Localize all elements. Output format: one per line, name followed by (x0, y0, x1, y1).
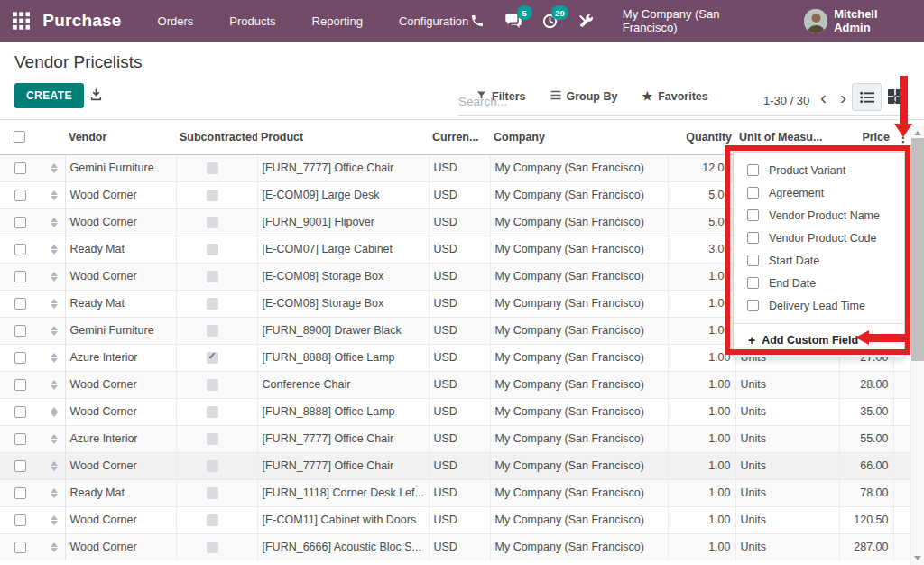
currency-cell[interactable]: USD (429, 452, 490, 479)
uom-cell[interactable]: Units (735, 533, 839, 560)
pager-next-button[interactable]: › (840, 87, 846, 108)
quantity-cell[interactable]: 1.00 (668, 344, 735, 371)
uom-cell[interactable]: Units (735, 452, 839, 479)
row-drag-handle[interactable] (43, 181, 65, 208)
vendor-cell[interactable]: Ready Mat (65, 290, 176, 317)
list-view-button[interactable] (852, 83, 882, 111)
scrollbar-down-icon[interactable] (914, 556, 921, 560)
row-drag-handle[interactable] (43, 154, 65, 181)
add-custom-field-button[interactable]: +Add Custom Field (734, 324, 904, 357)
vendor-cell[interactable]: Wood Corner (65, 181, 176, 208)
row-drag-handle[interactable] (43, 236, 65, 263)
row-checkbox[interactable] (14, 542, 26, 553)
currency-cell[interactable]: USD (429, 533, 490, 560)
row-drag-handle[interactable] (43, 398, 65, 425)
currency-cell[interactable]: USD (429, 236, 490, 263)
currency-cell[interactable]: USD (429, 479, 490, 506)
subcontracted-cell[interactable] (176, 506, 257, 533)
row-checkbox[interactable] (14, 325, 26, 337)
quantity-cell[interactable]: 1.00 (668, 452, 735, 479)
vendor-cell[interactable]: Wood Corner (65, 398, 176, 425)
company-cell[interactable]: My Company (San Francisco) (490, 371, 668, 398)
subcontracted-cell[interactable] (176, 398, 257, 425)
column-option-checkbox[interactable] (747, 300, 759, 311)
row-checkbox[interactable] (14, 162, 26, 174)
product-cell[interactable]: [FURN_1118] Corner Desk Lef... (257, 479, 429, 506)
company-cell[interactable]: My Company (San Francisco) (490, 506, 668, 533)
column-option-checkbox[interactable] (747, 277, 759, 289)
company-cell[interactable]: My Company (San Francisco) (490, 344, 668, 371)
nav-menu-configuration[interactable]: Configuration (399, 14, 468, 28)
price-cell[interactable]: 120.50 (839, 506, 893, 533)
tools-icon[interactable] (578, 12, 595, 30)
nav-menu-reporting[interactable]: Reporting (312, 14, 363, 28)
product-cell[interactable]: [E-COM09] Large Desk (257, 181, 429, 208)
quantity-cell[interactable]: 12.00 (668, 154, 735, 181)
column-option-checkbox[interactable] (747, 209, 759, 221)
group-by-button[interactable]: Group By (550, 89, 618, 103)
pager-previous-button[interactable]: ‹ (820, 87, 827, 108)
quantity-cell[interactable]: 5.00 (668, 181, 735, 208)
table-row[interactable]: Azure Interior [FURN_7777] Office Chair … (0, 425, 910, 452)
row-checkbox[interactable] (14, 487, 26, 499)
subcontracted-cell[interactable] (176, 479, 257, 506)
currency-cell[interactable]: USD (429, 208, 490, 236)
uom-cell[interactable]: Units (735, 398, 839, 425)
company-cell[interactable]: My Company (San Francisco) (490, 452, 668, 479)
vendor-cell[interactable]: Gemini Furniture (65, 317, 176, 344)
quantity-cell[interactable]: 1.00 (668, 425, 735, 452)
table-row[interactable]: Wood Corner [E-COM11] Cabinet with Doors… (0, 506, 910, 533)
vendor-cell[interactable]: Azure Interior (65, 344, 176, 371)
row-drag-handle[interactable] (43, 533, 65, 560)
column-option-checkbox[interactable] (747, 187, 759, 199)
row-drag-handle[interactable] (43, 344, 65, 371)
table-row[interactable]: Wood Corner [FURN_7777] Office Chair USD… (0, 452, 910, 479)
product-cell[interactable]: [FURN_8900] Drawer Black (257, 317, 429, 344)
currency-cell[interactable]: USD (429, 344, 490, 371)
uom-cell[interactable]: Units (735, 479, 839, 506)
optional-columns-toggle-icon[interactable]: ⋮ (897, 130, 910, 144)
quantity-cell[interactable]: 5.00 (668, 208, 735, 236)
vertical-scrollbar[interactable] (910, 126, 924, 565)
apps-grid-icon[interactable] (13, 12, 30, 30)
app-title[interactable]: Purchase (42, 11, 121, 31)
row-checkbox[interactable] (14, 217, 26, 228)
product-cell[interactable]: [E-COM08] Storage Box (257, 290, 429, 317)
nav-menu-products[interactable]: Products (229, 14, 275, 28)
subcontracted-cell[interactable] (176, 317, 257, 344)
company-cell[interactable]: My Company (San Francisco) (490, 398, 668, 425)
table-row[interactable]: Wood Corner [FURN_6666] Acoustic Bloc S.… (0, 533, 910, 560)
company-cell[interactable]: My Company (San Francisco) (490, 208, 668, 236)
row-checkbox[interactable] (14, 271, 26, 282)
row-drag-handle[interactable] (43, 317, 65, 344)
currency-cell[interactable]: USD (429, 263, 490, 290)
row-drag-handle[interactable] (43, 208, 65, 236)
subcontracted-cell[interactable] (176, 236, 257, 263)
product-cell[interactable]: [E-COM07] Large Cabinet (257, 236, 429, 263)
row-checkbox[interactable] (14, 190, 26, 201)
column-option-checkbox[interactable] (747, 255, 759, 266)
currency-cell[interactable]: USD (429, 290, 490, 317)
row-drag-handle[interactable] (43, 371, 65, 398)
currency-cell[interactable]: USD (429, 371, 490, 398)
user-menu[interactable]: Mitchell Admin (804, 7, 913, 34)
product-cell[interactable]: [FURN_7777] Office Chair (257, 452, 429, 479)
vendor-cell[interactable]: Azure Interior (65, 425, 176, 452)
price-cell[interactable]: 35.00 (839, 398, 893, 425)
row-drag-handle[interactable] (43, 263, 65, 290)
quantity-cell[interactable]: 1.00 (668, 317, 735, 344)
export-download-icon[interactable] (89, 88, 103, 106)
company-switcher[interactable]: My Company (San Francisco) (623, 7, 772, 34)
company-cell[interactable]: My Company (San Francisco) (490, 533, 668, 560)
subcontracted-header[interactable]: Subcontracted (176, 120, 257, 154)
nav-menu-orders[interactable]: Orders (158, 14, 194, 28)
scrollbar-up-icon[interactable] (914, 131, 921, 135)
price-header[interactable]: Price (839, 120, 893, 154)
activities-clock-icon[interactable]: 29 (541, 12, 559, 30)
column-option-checkbox[interactable] (747, 164, 759, 176)
company-cell[interactable]: My Company (San Francisco) (490, 290, 668, 317)
subcontracted-cell[interactable] (176, 452, 257, 479)
uom-header[interactable]: Unit of Measu... (735, 120, 839, 154)
currency-cell[interactable]: USD (429, 317, 490, 344)
vendor-cell[interactable]: Wood Corner (65, 371, 176, 398)
